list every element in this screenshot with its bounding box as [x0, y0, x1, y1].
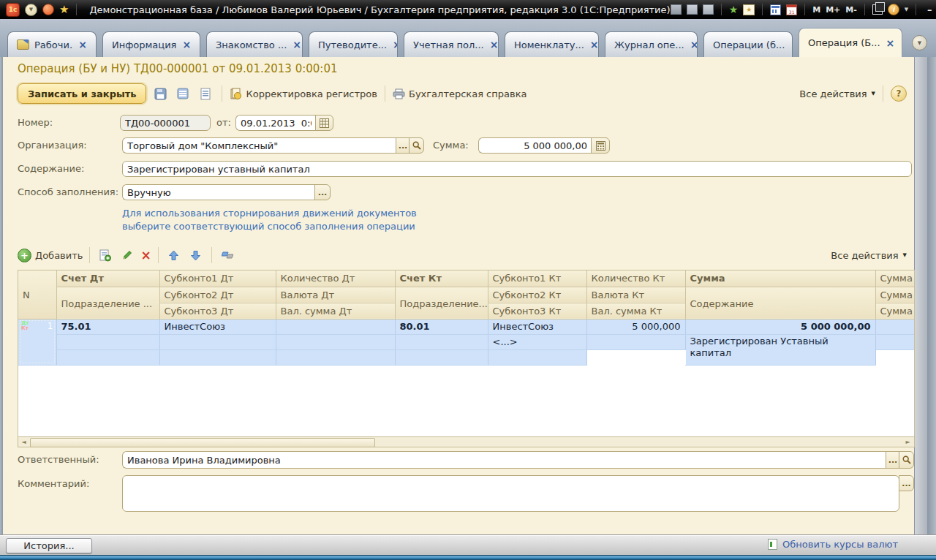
- add-row-button[interactable]: + Добавить: [18, 249, 83, 262]
- organization-ellipsis-button[interactable]: ...: [396, 137, 410, 154]
- header-curamount-kt: Вал. сумма Кт: [586, 303, 685, 319]
- tab-close-icon[interactable]: ×: [182, 39, 191, 50]
- copy-windows-icon[interactable]: [872, 4, 883, 15]
- chevron-down-icon: ▼: [872, 91, 875, 97]
- responsible-ellipsis-button[interactable]: ...: [886, 451, 899, 469]
- add-favorite-icon[interactable]: ★: [729, 4, 739, 15]
- organization-search-button[interactable]: [409, 137, 424, 154]
- tab-operation-active[interactable]: Операция (Б... ×: [799, 28, 902, 57]
- tab-operations-journal[interactable]: Журнал опе... ×: [605, 31, 698, 57]
- sort-button[interactable]: [219, 246, 236, 264]
- save-button[interactable]: [151, 85, 169, 102]
- cell-sub1-kt[interactable]: ИнвестСоюз: [488, 319, 586, 334]
- cell-sub3-dt[interactable]: [56, 349, 159, 365]
- calculator-icon[interactable]: [770, 4, 781, 15]
- move-up-button[interactable]: [165, 246, 183, 264]
- cell-sum-cut[interactable]: [875, 319, 915, 334]
- update-rates-link[interactable]: Обновить курсы валют: [768, 539, 898, 550]
- 1c-app-icon[interactable]: 1с: [6, 3, 20, 17]
- cell-curamount-dt[interactable]: [159, 349, 276, 365]
- tab-desktop[interactable]: Рабочи... ×: [7, 31, 97, 57]
- tab-close-icon[interactable]: ×: [490, 39, 499, 50]
- organization-input[interactable]: [122, 137, 396, 154]
- fill-method-input[interactable]: [122, 184, 315, 200]
- grid-all-actions-button[interactable]: Все действия ▼: [831, 250, 907, 261]
- tab-guide[interactable]: Путеводите... ×: [309, 31, 398, 57]
- edit-row-button[interactable]: [118, 246, 136, 264]
- copy-row-button[interactable]: [97, 246, 114, 264]
- content-input[interactable]: [122, 161, 912, 177]
- open-favorites-icon[interactable]: ★: [743, 4, 755, 15]
- history-button[interactable]: История...: [6, 538, 92, 553]
- info-dropdown-icon[interactable]: ▼: [905, 7, 908, 12]
- cell-account-kt[interactable]: 80.01: [395, 319, 488, 334]
- main-menu-dropdown-icon[interactable]: ▼: [25, 4, 37, 16]
- date-label: от:: [216, 117, 231, 128]
- accounting-note-button[interactable]: Бухгалтерская справка: [393, 88, 527, 99]
- save-and-close-button[interactable]: Записать и закрыть: [18, 83, 146, 104]
- cell-division-kt[interactable]: [395, 334, 488, 349]
- row-selector-cell[interactable]: Дт Кт 1: [18, 319, 56, 365]
- tab-close-icon[interactable]: ×: [292, 39, 301, 50]
- tab-accounting-policy[interactable]: Учетная пол... ×: [404, 31, 499, 57]
- scrollbar-thumb[interactable]: [30, 438, 375, 447]
- info-icon[interactable]: i: [888, 4, 899, 15]
- print-preview-icon[interactable]: [703, 4, 714, 15]
- tab-close-icon[interactable]: ×: [690, 39, 698, 50]
- cell-sum-cut[interactable]: [875, 334, 915, 349]
- cell-qty-dt[interactable]: [276, 319, 395, 334]
- memory-recall-button[interactable]: M: [812, 5, 820, 15]
- comment-input[interactable]: [122, 475, 899, 512]
- cell-curamount-kt[interactable]: [395, 349, 488, 365]
- grid-horizontal-scrollbar[interactable]: ◄ ►: [18, 436, 915, 447]
- number-input[interactable]: [120, 115, 211, 131]
- sum-input[interactable]: [478, 137, 592, 154]
- comment-ellipsis-button[interactable]: ...: [899, 475, 914, 491]
- cell-sum-cut[interactable]: [488, 349, 586, 365]
- print-icon[interactable]: [687, 4, 698, 15]
- cell-qty-kt[interactable]: 5 000,000: [586, 319, 685, 334]
- vertical-scrollbar[interactable]: [914, 57, 927, 534]
- tab-acquaintance[interactable]: Знакомство ... ×: [206, 31, 303, 57]
- all-actions-button[interactable]: Все действия ▼: [799, 88, 875, 99]
- cell-currency-kt[interactable]: [586, 334, 685, 349]
- tab-close-icon[interactable]: ×: [886, 38, 895, 48]
- delete-row-button[interactable]: ×: [140, 249, 151, 262]
- cell-sub2-dt[interactable]: [159, 334, 276, 349]
- adjust-registers-button[interactable]: Корректировка регистров: [230, 88, 377, 100]
- memory-subtract-button[interactable]: M-: [845, 5, 857, 15]
- cell-sub3-kt[interactable]: [276, 349, 395, 365]
- sum-calculator-button[interactable]: [591, 137, 610, 154]
- tab-overflow-dropdown[interactable]: ▼: [912, 35, 927, 50]
- cell-sum[interactable]: 5 000 000,00: [685, 319, 875, 334]
- tab-nomenclature[interactable]: Номенклату... ×: [505, 31, 599, 57]
- tab-information[interactable]: Информация ×: [102, 31, 200, 57]
- responsible-input[interactable]: [122, 451, 886, 469]
- cell-currency-dt[interactable]: [276, 334, 395, 349]
- date-input[interactable]: [235, 115, 316, 131]
- move-down-button[interactable]: [187, 246, 205, 264]
- memory-add-button[interactable]: M+: [826, 5, 840, 15]
- tab-operations[interactable]: Операции (б... ×: [703, 31, 793, 57]
- document-movements-button[interactable]: [197, 85, 214, 102]
- responsible-search-button[interactable]: [899, 451, 914, 469]
- minimize-button[interactable]: –: [924, 4, 935, 15]
- tab-close-icon[interactable]: ×: [393, 39, 398, 50]
- fill-method-ellipsis-button[interactable]: ...: [314, 184, 331, 200]
- calendar-icon[interactable]: 31: [786, 4, 797, 15]
- cell-content[interactable]: Зарегистрирован Уставный капитал: [685, 334, 875, 365]
- date-picker-button[interactable]: [315, 115, 333, 131]
- tab-close-icon[interactable]: ×: [78, 39, 87, 50]
- tab-close-icon[interactable]: ×: [790, 39, 793, 50]
- scroll-right-icon[interactable]: ►: [902, 437, 913, 447]
- tab-close-icon[interactable]: ×: [590, 39, 599, 50]
- cell-account-dt[interactable]: 75.01: [56, 319, 159, 334]
- favorites-star-icon[interactable]: ★: [59, 4, 69, 15]
- scroll-left-icon[interactable]: ◄: [18, 437, 29, 447]
- cell-sub1-dt[interactable]: ИнвестСоюз: [159, 319, 276, 334]
- help-button[interactable]: ?: [891, 86, 907, 102]
- postings-list-button[interactable]: [174, 85, 192, 102]
- cell-division-dt[interactable]: [56, 334, 159, 349]
- save-icon[interactable]: [671, 4, 682, 15]
- cell-sub2-kt[interactable]: <...>: [488, 334, 586, 349]
